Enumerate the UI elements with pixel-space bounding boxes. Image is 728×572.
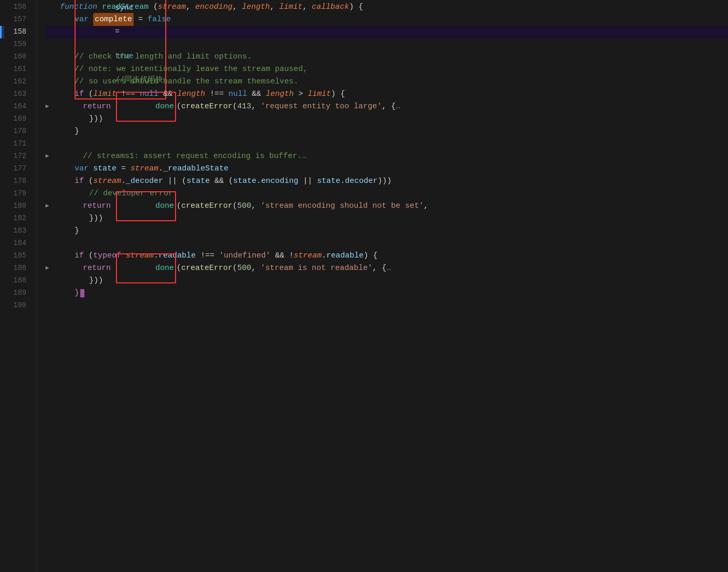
line-num-159: 159 (0, 38, 31, 51)
code-line-178: if ( stream . _decoder || ( state && ( s… (46, 175, 728, 188)
code-line-184 (46, 237, 728, 250)
line-numbers: 156 157 158 159 160 161 162 163 164 169 … (0, 0, 37, 572)
line-num-179: 179 (0, 188, 31, 200)
expand-arrow-164[interactable]: ▶ (46, 102, 52, 111)
expand-arrow-180[interactable]: ▶ (46, 202, 52, 210)
line-num-189: 189 (0, 287, 31, 299)
code-line-177: var state = stream . _readableState (46, 163, 728, 175)
line-num-162: 162 (0, 76, 31, 88)
line-num-180: 180 (0, 200, 31, 212)
code-line-172: ▶ // streams1: assert request encoding i… (46, 150, 728, 163)
code-line-170: } (46, 125, 728, 138)
line-num-182: 182 (0, 212, 31, 225)
line-num-157: 157 (0, 13, 31, 26)
code-line-183: } (46, 225, 728, 237)
line-num-184: 184 (0, 237, 31, 250)
line-num-161: 161 (0, 63, 31, 76)
code-line-188: })) (46, 275, 728, 287)
code-line-160: // check the length and limit options. (46, 51, 728, 63)
line-num-183: 183 (0, 225, 31, 237)
line-num-186: 186 (0, 262, 31, 275)
line-num-160: 160 (0, 51, 31, 63)
line-num-164: 164 (0, 101, 31, 113)
line-num-158: 158 (0, 26, 31, 38)
code-line-158: var sync = true //同步代码块 (46, 26, 728, 38)
line-num-169: 169 (0, 113, 31, 125)
line-num-190: 190 (0, 299, 31, 312)
code-line-169: })) (46, 113, 728, 125)
expand-arrow-172[interactable]: ▶ (46, 152, 52, 161)
code-line-189: } (46, 287, 728, 299)
code-line-159 (46, 38, 728, 51)
line-num-170: 170 (0, 125, 31, 138)
line-num-177: 177 (0, 163, 31, 175)
code-line-164: ▶ return done ( createError ( 413 , 'req… (46, 101, 728, 113)
code-editor: 156 157 158 159 160 161 162 163 164 169 … (0, 0, 728, 572)
line-num-172: 172 (0, 150, 31, 163)
code-line-180: ▶ return done ( createError ( 500 , 'str… (46, 200, 728, 212)
code-line-190 (46, 299, 728, 312)
code-line-162: // so users should handle the stream the… (46, 76, 728, 88)
line-num-163: 163 (0, 88, 31, 101)
code-line-182: })) (46, 212, 728, 225)
line-num-188: 188 (0, 275, 31, 287)
code-line-161: // note: we intentionally leave the stre… (46, 63, 728, 76)
line-num-178: 178 (0, 175, 31, 188)
code-content: function readStream ( stream , encoding … (37, 0, 728, 572)
expand-arrow-186[interactable]: ▶ (46, 264, 52, 273)
line-num-156: 156 (0, 1, 31, 13)
line-num-185: 185 (0, 250, 31, 262)
line-num-171: 171 (0, 138, 31, 150)
code-line-186: ▶ return done ( createError ( 500 , 'str… (46, 262, 728, 275)
code-line-171 (46, 138, 728, 150)
